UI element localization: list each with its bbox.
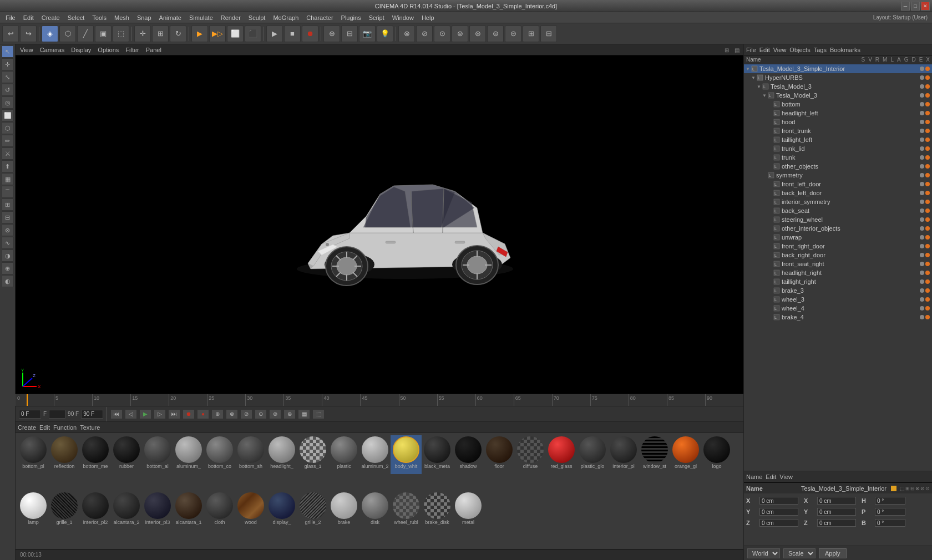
menu-script[interactable]: Script (366, 13, 388, 22)
material-orange_gl[interactable]: orange_gl (670, 435, 701, 474)
menu-file[interactable]: File (2, 13, 19, 22)
mat-menu-create[interactable]: Create (18, 424, 36, 431)
tree-item-headlight_left[interactable]: Lheadlight_left (744, 109, 932, 118)
material-wheel_rubl[interactable]: wheel_rubl (391, 491, 422, 530)
material-reflection[interactable]: reflection (49, 435, 80, 474)
vp-menu-view[interactable]: View (18, 47, 36, 53)
rotate-tool[interactable]: ↺ (2, 84, 14, 96)
tree-item-front_left_door[interactable]: Lfront_left_door (744, 180, 932, 189)
tree-item-bottom[interactable]: Lbottom (744, 100, 932, 109)
cursor-tool[interactable]: ↖ (2, 45, 14, 58)
tree-item-wheel_3[interactable]: Lwheel_3 (744, 295, 932, 304)
material-shadow[interactable]: shadow (453, 435, 484, 474)
undo-button[interactable]: ↩ (2, 26, 19, 42)
menu-mograph[interactable]: MoGraph (270, 13, 302, 22)
key-all-button[interactable]: ⊕ (211, 409, 224, 419)
material-plastic[interactable]: plastic (328, 435, 359, 474)
camera-button[interactable]: 📷 (359, 26, 376, 42)
material-interior_pl[interactable]: interior_pl (608, 435, 639, 474)
timeline-mode-button[interactable]: ▦ (298, 409, 310, 419)
stop-button[interactable]: ■ (284, 26, 301, 42)
render-button[interactable]: ▶ (191, 26, 208, 42)
key-pos-button[interactable]: ⊘ (240, 409, 252, 419)
tree-item-interior_symmetry[interactable]: Linterior_symmetry (744, 197, 932, 206)
material-cloth[interactable]: cloth (204, 491, 235, 530)
material-bottom_me[interactable]: bottom_me (80, 435, 111, 474)
vp-menu-options[interactable]: Options (95, 47, 121, 53)
scale-dropdown[interactable]: Scale (783, 548, 816, 558)
record-key-button[interactable]: ⏺ (183, 409, 195, 419)
tree-item-trunk[interactable]: Ltrunk (744, 153, 932, 162)
current-frame-input[interactable] (19, 410, 41, 419)
menu-render[interactable]: Render (217, 13, 244, 22)
tree-item-front_right_door[interactable]: Lfront_right_door (744, 242, 932, 251)
obj-menu-file[interactable]: File (746, 47, 756, 53)
tree-item-hood[interactable]: Lhood (744, 118, 932, 126)
material-window_st[interactable]: window_st (639, 435, 670, 474)
play-button[interactable]: ▶ (266, 26, 283, 42)
menu-plugins[interactable]: Plugins (338, 13, 364, 22)
material-plastic_glo[interactable]: plastic_glo (577, 435, 608, 474)
viewport-area[interactable]: X Y Z (16, 55, 743, 394)
material-floor[interactable]: floor (484, 435, 515, 474)
matrix-extrude-tool[interactable]: ▦ (2, 173, 14, 185)
key-extra-button[interactable]: ⊛ (283, 409, 296, 419)
material-rubber[interactable]: rubber (111, 435, 142, 474)
auto-key-button[interactable]: ● (197, 409, 209, 419)
tree-item-Tesla_Model_3[interactable]: ▼LTesla_Model_3 (744, 82, 932, 91)
select-tex-button[interactable]: ⬚ (113, 26, 129, 42)
tb-extra6[interactable]: ⊜ (487, 26, 504, 42)
attr-b-val[interactable] (875, 519, 905, 527)
scale-tool-button[interactable]: ⊞ (152, 26, 169, 42)
tree-item-front_seat_right[interactable]: Lfront_seat_right (744, 259, 932, 268)
tree-item-back_right_door[interactable]: Lback_right_door (744, 251, 932, 259)
key-rot-button[interactable]: ⊚ (269, 409, 281, 419)
apply-button[interactable]: Apply (819, 548, 847, 558)
material-aluminum_[interactable]: aluminum_ (173, 435, 204, 474)
material-glass_1[interactable]: glass_1 (297, 435, 328, 474)
attr-x-rot[interactable] (817, 497, 856, 505)
mat-menu-edit[interactable]: Edit (39, 424, 50, 431)
poly-pen-tool[interactable]: ⊕ (2, 262, 14, 274)
menu-simulate[interactable]: Simulate (186, 13, 216, 22)
attr-y-pos[interactable] (759, 508, 798, 516)
mat-menu-function[interactable]: Function (53, 424, 77, 431)
goto-start-button[interactable]: ⏮ (110, 409, 123, 419)
tree-item-wheel_4[interactable]: Lwheel_4 (744, 304, 932, 313)
menu-sculpt[interactable]: Sculpt (245, 13, 269, 22)
attr-menu-edit[interactable]: Edit (766, 474, 776, 480)
menu-snap[interactable]: Snap (134, 13, 155, 22)
menu-mesh[interactable]: Mesh (111, 13, 133, 22)
tb-extra2[interactable]: ⊘ (416, 26, 433, 42)
render-region-button[interactable]: ⬜ (227, 26, 244, 42)
material-bottom_co[interactable]: bottom_co (204, 435, 235, 474)
select-points-button[interactable]: ⬡ (59, 26, 76, 42)
redo-button[interactable]: ↪ (20, 26, 37, 42)
material-grille_2[interactable]: grille_2 (297, 491, 328, 530)
material-diffuse[interactable]: diffuse (515, 435, 546, 474)
rotate-tool-button[interactable]: ↻ (170, 26, 186, 42)
key-scale-button[interactable]: ⊙ (255, 409, 267, 419)
material-brake_disk[interactable]: brake_disk (422, 491, 453, 530)
maximize-button[interactable]: □ (911, 2, 920, 11)
tree-item-back_left_door[interactable]: Lback_left_door (744, 189, 932, 197)
menu-select[interactable]: Select (64, 13, 88, 22)
vp-menu-panel[interactable]: Panel (144, 47, 164, 53)
menu-edit[interactable]: Edit (20, 13, 37, 22)
vp-menu-display[interactable]: Display (69, 47, 93, 53)
render-interactive-button[interactable]: ⬛ (245, 26, 261, 42)
tb-extra9[interactable]: ⊟ (540, 26, 557, 42)
tree-item-Tesla_Model_3[interactable]: ▼LTesla_Model_3 (744, 91, 932, 100)
material-interior_pl2[interactable]: interior_pl2 (80, 491, 111, 530)
knife-tool[interactable]: ⚔ (2, 147, 14, 160)
timeline-playhead[interactable] (27, 394, 28, 406)
obj-menu-bookmarks[interactable]: Bookmarks (830, 47, 860, 53)
tree-item-HyperNURBS[interactable]: ▼LHyperNURBS (744, 73, 932, 82)
material-alcantara_1[interactable]: alcantara_1 (173, 491, 204, 530)
tree-item-Tesla_Model_3_Simple_Interior[interactable]: ▼LTesla_Model_3_Simple_Interior (744, 64, 932, 73)
material-interior_pl3[interactable]: interior_pl3 (142, 491, 173, 530)
material-grille_1[interactable]: grille_1 (49, 491, 80, 530)
box-select-tool[interactable]: ⬜ (2, 109, 14, 121)
world-dropdown[interactable]: World (747, 548, 780, 558)
menu-create[interactable]: Create (38, 13, 63, 22)
